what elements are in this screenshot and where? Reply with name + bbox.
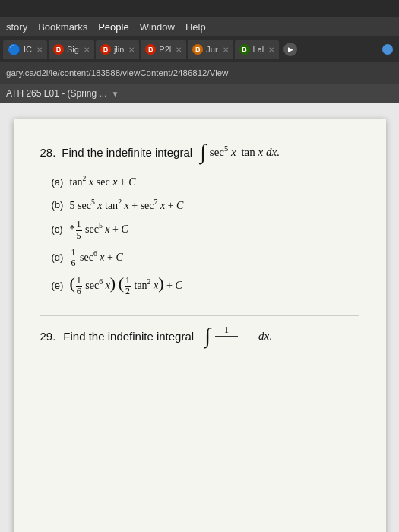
q29-numerator: 1: [215, 324, 239, 337]
tab-jur-close[interactable]: ✕: [223, 46, 229, 54]
q29-dx: — dx.: [244, 330, 272, 343]
close-paren-2: ): [158, 274, 163, 293]
fraction-c: 15: [76, 220, 82, 240]
q28-number: 28.: [40, 144, 56, 160]
question-28: 28. Find the indefinite integral ∫ sec5 …: [40, 141, 359, 297]
menu-bookmarks[interactable]: Bookmarks: [38, 21, 87, 33]
tab-jur-icon: B: [192, 44, 203, 55]
q29-title: 29. Find the indefinite integral ∫ 1 — d…: [40, 324, 359, 349]
fraction-e1: 16: [76, 276, 82, 296]
q28-integrand: sec5 x tan x dx.: [210, 144, 280, 160]
tab-lal-close[interactable]: ✕: [268, 46, 274, 54]
close-paren-1: ): [110, 274, 116, 293]
option-d: (d) 16 sec6 x + C: [52, 248, 359, 268]
option-b: (b) 5 sec5 x tan2 x + sec7 x + C: [52, 197, 359, 214]
tab-ic-close[interactable]: ✕: [36, 46, 43, 54]
tab-jur[interactable]: B Jur ✕: [188, 40, 233, 59]
q29-text: Find the indefinite integral: [63, 330, 194, 343]
content-area: 28. Find the indefinite integral ∫ sec5 …: [0, 103, 399, 532]
menu-help[interactable]: Help: [185, 21, 206, 33]
tab-jlin-close[interactable]: ✕: [128, 46, 135, 54]
option-c-label: (c): [52, 222, 65, 237]
paper: 28. Find the indefinite integral ∫ sec5 …: [14, 119, 386, 532]
breadcrumb-dropdown[interactable]: ▼: [112, 90, 119, 98]
tab-sig-icon: B: [53, 44, 64, 55]
breadcrumb-bar: ATH 265 L01 - (Spring ... ▼: [0, 84, 399, 103]
tab-lal-icon: B: [239, 44, 250, 55]
menu-bar: story Bookmarks People Window Help: [0, 17, 399, 36]
q29-integral: ∫ 1 — dx.: [203, 324, 272, 349]
option-c-text: *15 sec5 x + C: [70, 220, 128, 240]
address-bar: gary.ca/d2l/le/content/183588/viewConten…: [0, 62, 399, 84]
tab-icon-extra: [382, 44, 393, 55]
q28-integral: ∫ sec5 x tan x dx.: [198, 141, 280, 163]
open-paren-1: (: [70, 274, 75, 293]
tab-p2l[interactable]: B P2l ✕: [141, 40, 186, 59]
tab-ic[interactable]: 🔵 IC ✕: [3, 40, 47, 59]
menu-history[interactable]: story: [6, 21, 27, 33]
tab-jlin[interactable]: B jlin ✕: [96, 40, 139, 59]
tab-lal[interactable]: B Lal ✕: [235, 40, 280, 59]
option-d-label: (d): [52, 250, 65, 265]
menu-people[interactable]: People: [98, 21, 128, 33]
option-b-text: 5 sec5 x tan2 x + sec7 x + C: [70, 197, 184, 214]
option-a-label: (a): [52, 175, 65, 190]
question-29: 29. Find the indefinite integral ∫ 1 — d…: [40, 315, 359, 349]
option-e-text: (16 sec6 x) (12 tan2 x) + C: [70, 275, 182, 296]
option-d-text: 16 sec6 x + C: [70, 248, 123, 268]
tab-sig[interactable]: B Sig ✕: [49, 40, 94, 59]
url-text: gary.ca/d2l/le/content/183588/viewConten…: [6, 68, 228, 78]
q29-fraction-area: 1: [215, 324, 239, 349]
tab-play[interactable]: ▶: [283, 43, 297, 56]
question-28-title: 28. Find the indefinite integral ∫ sec5 …: [40, 141, 359, 163]
tab-bar: 🔵 IC ✕ B Sig ✕ B jlin ✕ B P2l ✕ B Jur ✕ …: [0, 36, 399, 62]
fraction-e2: 12: [125, 276, 131, 296]
option-e-label: (e): [52, 278, 65, 293]
q28-text: Find the indefinite integral: [62, 144, 192, 160]
option-a: (a) tan2 x sec x + C: [52, 173, 359, 190]
fraction-d: 16: [71, 248, 77, 268]
option-a-text: tan2 x sec x + C: [70, 173, 136, 190]
option-b-label: (b): [52, 198, 65, 213]
tab-p2l-close[interactable]: ✕: [176, 46, 182, 54]
integral-sign-28: ∫: [200, 141, 206, 163]
breadcrumb-text: ATH 265 L01 - (Spring ...: [6, 88, 107, 99]
top-bar: [0, 0, 399, 17]
tab-sig-close[interactable]: ✕: [84, 46, 90, 54]
tab-jlin-icon: B: [100, 44, 111, 55]
q29-number: 29.: [40, 330, 56, 343]
open-paren-2: (: [119, 274, 124, 293]
q29-denominator: [216, 337, 236, 349]
option-c: (c) *15 sec5 x + C: [52, 220, 359, 240]
q28-options: (a) tan2 x sec x + C (b) 5 sec5 x tan2 x…: [40, 173, 359, 297]
menu-window[interactable]: Window: [140, 21, 175, 33]
tab-p2l-icon: B: [145, 44, 156, 55]
option-e: (e) (16 sec6 x) (12 tan2 x) + C: [52, 275, 359, 296]
integral-sign-29: ∫: [204, 325, 211, 347]
